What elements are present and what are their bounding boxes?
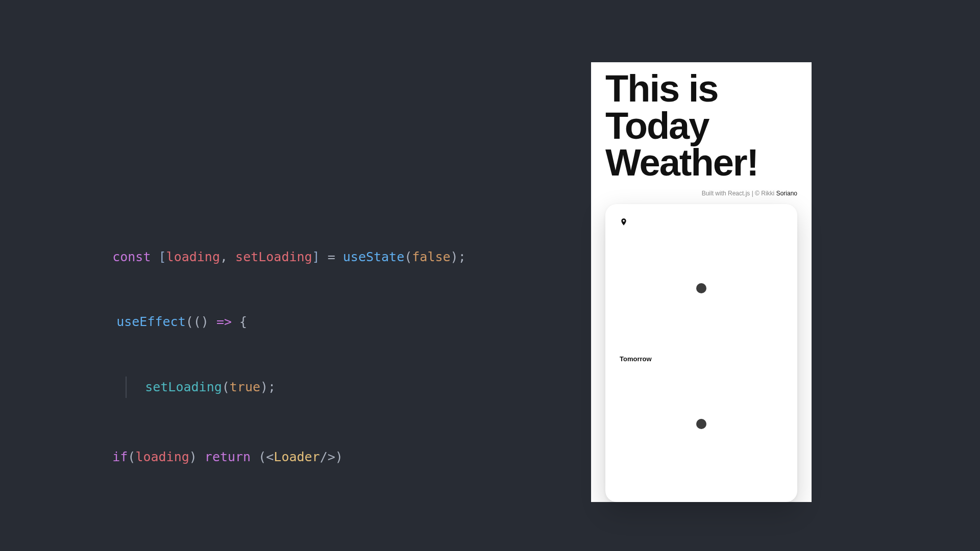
arrow: => <box>209 314 239 329</box>
loader-dot-icon <box>696 419 706 429</box>
lparen: ( <box>186 314 193 329</box>
rparen2: ) <box>201 314 209 329</box>
var-loading: loading <box>166 249 220 264</box>
jsx-tag-loader: Loader <box>274 449 320 464</box>
rparen2: ) <box>335 449 343 464</box>
app-inner: This is Today Weather! Built with React.… <box>591 62 812 502</box>
fn-usestate: useState <box>343 249 404 264</box>
bracket-close: ] <box>312 249 320 264</box>
keyword-return: return <box>197 449 258 464</box>
credit-line: Built with React.js | © Rikki Soriano <box>605 190 797 197</box>
code-line-4: if(loading) return (<Loader/>) <box>82 425 466 490</box>
page-title: This is Today Weather! <box>605 70 797 182</box>
code-line-2: useEffect(() => { <box>86 290 466 355</box>
var-loading: loading <box>135 449 189 464</box>
tomorrow-loader-section <box>620 363 783 485</box>
lt: < <box>266 449 274 464</box>
indent-guide: setLoading(true); <box>126 377 276 398</box>
lparen: ( <box>404 249 412 264</box>
semicolon: ; <box>458 249 466 264</box>
title-line-3: Weather! <box>605 141 758 184</box>
equals: = <box>320 249 343 264</box>
bracket-open: [ <box>159 249 166 264</box>
lparen: ( <box>128 449 135 464</box>
lparen2: ( <box>258 449 266 464</box>
credit-prefix: Built with React.js | © Rikki <box>702 190 776 197</box>
semicolon: ; <box>268 380 276 394</box>
spacer <box>620 485 783 489</box>
lbrace: { <box>239 314 247 329</box>
rparen: ) <box>189 449 197 464</box>
call-setloading: setLoading <box>145 380 222 394</box>
today-loader-section <box>620 228 783 349</box>
tomorrow-label: Tomorrow <box>620 355 652 363</box>
title-line-2: Today <box>605 105 708 147</box>
code-line-3: setLoading(true); <box>86 355 466 420</box>
slashgt: /> <box>320 449 335 464</box>
lparen: ( <box>222 380 230 394</box>
loader-dot-icon <box>696 283 706 293</box>
comma: , <box>220 249 235 264</box>
rparen: ) <box>451 249 458 264</box>
keyword-if: if <box>112 449 128 464</box>
literal-true: true <box>230 380 260 394</box>
credit-name: Soriano <box>776 190 797 197</box>
location-row <box>620 216 783 228</box>
literal-false: false <box>412 249 450 264</box>
location-pin-icon <box>620 216 628 228</box>
weather-card: Tomorrow <box>605 204 797 502</box>
fn-useeffect: useEffect <box>116 314 185 329</box>
var-setloading: setLoading <box>235 249 312 264</box>
code-line-1: const [loading, setLoading] = useState(f… <box>82 224 466 290</box>
code-snippet: const [loading, setLoading] = useState(f… <box>82 224 466 490</box>
keyword-const: const <box>112 249 151 264</box>
title-line-1: This is <box>605 67 718 110</box>
app-preview: This is Today Weather! Built with React.… <box>591 62 812 502</box>
rparen: ) <box>260 380 268 394</box>
lparen2: ( <box>193 314 201 329</box>
